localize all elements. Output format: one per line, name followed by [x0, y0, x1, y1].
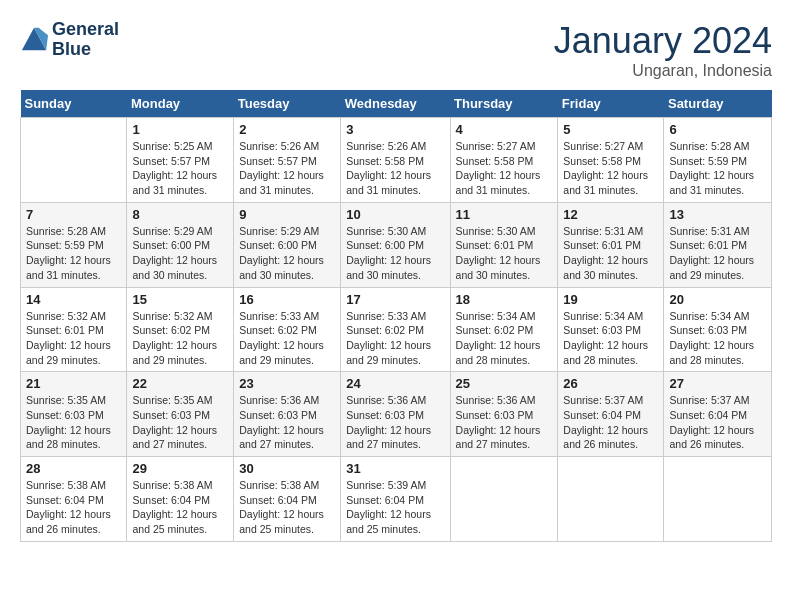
calendar-cell: 17Sunrise: 5:33 AMSunset: 6:02 PMDayligh…	[341, 287, 450, 372]
day-number: 30	[239, 461, 335, 476]
calendar-table: SundayMondayTuesdayWednesdayThursdayFrid…	[20, 90, 772, 542]
day-number: 27	[669, 376, 766, 391]
weekday-header-thursday: Thursday	[450, 90, 558, 118]
day-info: Sunrise: 5:35 AMSunset: 6:03 PMDaylight:…	[26, 393, 121, 452]
calendar-cell: 18Sunrise: 5:34 AMSunset: 6:02 PMDayligh…	[450, 287, 558, 372]
day-info: Sunrise: 5:34 AMSunset: 6:03 PMDaylight:…	[563, 309, 658, 368]
day-number: 16	[239, 292, 335, 307]
day-number: 10	[346, 207, 444, 222]
day-number: 24	[346, 376, 444, 391]
weekday-header-row: SundayMondayTuesdayWednesdayThursdayFrid…	[21, 90, 772, 118]
day-number: 25	[456, 376, 553, 391]
calendar-cell: 2Sunrise: 5:26 AMSunset: 5:57 PMDaylight…	[234, 118, 341, 203]
title-block: January 2024 Ungaran, Indonesia	[554, 20, 772, 80]
calendar-cell: 14Sunrise: 5:32 AMSunset: 6:01 PMDayligh…	[21, 287, 127, 372]
calendar-cell	[450, 457, 558, 542]
calendar-cell: 9Sunrise: 5:29 AMSunset: 6:00 PMDaylight…	[234, 202, 341, 287]
day-number: 5	[563, 122, 658, 137]
calendar-cell: 30Sunrise: 5:38 AMSunset: 6:04 PMDayligh…	[234, 457, 341, 542]
day-info: Sunrise: 5:38 AMSunset: 6:04 PMDaylight:…	[239, 478, 335, 537]
calendar-cell: 10Sunrise: 5:30 AMSunset: 6:00 PMDayligh…	[341, 202, 450, 287]
calendar-cell: 6Sunrise: 5:28 AMSunset: 5:59 PMDaylight…	[664, 118, 772, 203]
weekday-header-friday: Friday	[558, 90, 664, 118]
calendar-cell	[664, 457, 772, 542]
calendar-cell: 19Sunrise: 5:34 AMSunset: 6:03 PMDayligh…	[558, 287, 664, 372]
day-info: Sunrise: 5:37 AMSunset: 6:04 PMDaylight:…	[563, 393, 658, 452]
logo-icon	[20, 26, 48, 54]
day-info: Sunrise: 5:25 AMSunset: 5:57 PMDaylight:…	[132, 139, 228, 198]
day-info: Sunrise: 5:31 AMSunset: 6:01 PMDaylight:…	[669, 224, 766, 283]
day-number: 14	[26, 292, 121, 307]
day-number: 26	[563, 376, 658, 391]
week-row-2: 7Sunrise: 5:28 AMSunset: 5:59 PMDaylight…	[21, 202, 772, 287]
weekday-header-saturday: Saturday	[664, 90, 772, 118]
day-number: 3	[346, 122, 444, 137]
calendar-cell: 4Sunrise: 5:27 AMSunset: 5:58 PMDaylight…	[450, 118, 558, 203]
day-number: 1	[132, 122, 228, 137]
calendar-cell: 27Sunrise: 5:37 AMSunset: 6:04 PMDayligh…	[664, 372, 772, 457]
day-number: 31	[346, 461, 444, 476]
day-number: 9	[239, 207, 335, 222]
page-header: General Blue January 2024 Ungaran, Indon…	[20, 20, 772, 80]
location: Ungaran, Indonesia	[554, 62, 772, 80]
day-number: 29	[132, 461, 228, 476]
week-row-1: 1Sunrise: 5:25 AMSunset: 5:57 PMDaylight…	[21, 118, 772, 203]
day-number: 20	[669, 292, 766, 307]
weekday-header-tuesday: Tuesday	[234, 90, 341, 118]
week-row-3: 14Sunrise: 5:32 AMSunset: 6:01 PMDayligh…	[21, 287, 772, 372]
day-info: Sunrise: 5:27 AMSunset: 5:58 PMDaylight:…	[563, 139, 658, 198]
day-info: Sunrise: 5:34 AMSunset: 6:03 PMDaylight:…	[669, 309, 766, 368]
day-info: Sunrise: 5:33 AMSunset: 6:02 PMDaylight:…	[239, 309, 335, 368]
day-info: Sunrise: 5:38 AMSunset: 6:04 PMDaylight:…	[132, 478, 228, 537]
logo: General Blue	[20, 20, 119, 60]
calendar-cell	[21, 118, 127, 203]
calendar-cell: 20Sunrise: 5:34 AMSunset: 6:03 PMDayligh…	[664, 287, 772, 372]
day-info: Sunrise: 5:30 AMSunset: 6:00 PMDaylight:…	[346, 224, 444, 283]
calendar-cell: 21Sunrise: 5:35 AMSunset: 6:03 PMDayligh…	[21, 372, 127, 457]
month-title: January 2024	[554, 20, 772, 62]
day-info: Sunrise: 5:31 AMSunset: 6:01 PMDaylight:…	[563, 224, 658, 283]
day-number: 12	[563, 207, 658, 222]
calendar-cell: 3Sunrise: 5:26 AMSunset: 5:58 PMDaylight…	[341, 118, 450, 203]
calendar-cell: 11Sunrise: 5:30 AMSunset: 6:01 PMDayligh…	[450, 202, 558, 287]
day-info: Sunrise: 5:33 AMSunset: 6:02 PMDaylight:…	[346, 309, 444, 368]
day-info: Sunrise: 5:32 AMSunset: 6:02 PMDaylight:…	[132, 309, 228, 368]
day-info: Sunrise: 5:34 AMSunset: 6:02 PMDaylight:…	[456, 309, 553, 368]
day-info: Sunrise: 5:29 AMSunset: 6:00 PMDaylight:…	[132, 224, 228, 283]
calendar-cell: 15Sunrise: 5:32 AMSunset: 6:02 PMDayligh…	[127, 287, 234, 372]
day-number: 15	[132, 292, 228, 307]
day-number: 21	[26, 376, 121, 391]
day-number: 18	[456, 292, 553, 307]
calendar-cell: 22Sunrise: 5:35 AMSunset: 6:03 PMDayligh…	[127, 372, 234, 457]
day-number: 6	[669, 122, 766, 137]
day-number: 19	[563, 292, 658, 307]
day-info: Sunrise: 5:26 AMSunset: 5:57 PMDaylight:…	[239, 139, 335, 198]
calendar-cell: 24Sunrise: 5:36 AMSunset: 6:03 PMDayligh…	[341, 372, 450, 457]
day-info: Sunrise: 5:26 AMSunset: 5:58 PMDaylight:…	[346, 139, 444, 198]
calendar-cell: 7Sunrise: 5:28 AMSunset: 5:59 PMDaylight…	[21, 202, 127, 287]
day-number: 7	[26, 207, 121, 222]
day-info: Sunrise: 5:36 AMSunset: 6:03 PMDaylight:…	[239, 393, 335, 452]
day-number: 17	[346, 292, 444, 307]
weekday-header-sunday: Sunday	[21, 90, 127, 118]
calendar-cell: 8Sunrise: 5:29 AMSunset: 6:00 PMDaylight…	[127, 202, 234, 287]
day-info: Sunrise: 5:28 AMSunset: 5:59 PMDaylight:…	[669, 139, 766, 198]
day-number: 22	[132, 376, 228, 391]
day-info: Sunrise: 5:38 AMSunset: 6:04 PMDaylight:…	[26, 478, 121, 537]
day-info: Sunrise: 5:27 AMSunset: 5:58 PMDaylight:…	[456, 139, 553, 198]
weekday-header-monday: Monday	[127, 90, 234, 118]
calendar-cell: 13Sunrise: 5:31 AMSunset: 6:01 PMDayligh…	[664, 202, 772, 287]
day-info: Sunrise: 5:36 AMSunset: 6:03 PMDaylight:…	[346, 393, 444, 452]
calendar-cell	[558, 457, 664, 542]
day-number: 13	[669, 207, 766, 222]
logo-text: General Blue	[52, 20, 119, 60]
day-number: 28	[26, 461, 121, 476]
calendar-cell: 28Sunrise: 5:38 AMSunset: 6:04 PMDayligh…	[21, 457, 127, 542]
weekday-header-wednesday: Wednesday	[341, 90, 450, 118]
calendar-cell: 29Sunrise: 5:38 AMSunset: 6:04 PMDayligh…	[127, 457, 234, 542]
day-info: Sunrise: 5:28 AMSunset: 5:59 PMDaylight:…	[26, 224, 121, 283]
day-number: 11	[456, 207, 553, 222]
day-info: Sunrise: 5:29 AMSunset: 6:00 PMDaylight:…	[239, 224, 335, 283]
calendar-cell: 23Sunrise: 5:36 AMSunset: 6:03 PMDayligh…	[234, 372, 341, 457]
calendar-cell: 16Sunrise: 5:33 AMSunset: 6:02 PMDayligh…	[234, 287, 341, 372]
